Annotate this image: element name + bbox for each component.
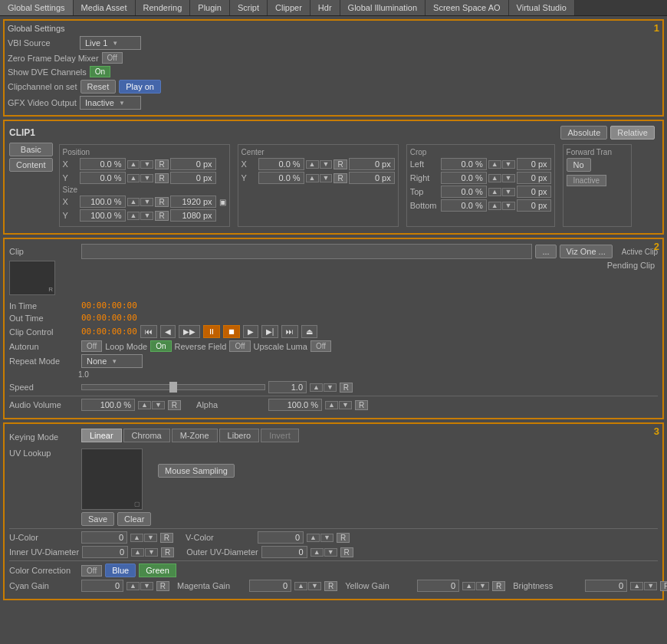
transport-eject[interactable]: ⏏ — [301, 325, 317, 338]
cyan-gain-down[interactable]: ▼ — [140, 582, 153, 590]
outer-uv-up[interactable]: ▲ — [310, 548, 324, 557]
size-x-px[interactable] — [170, 196, 216, 208]
brightness-input[interactable] — [585, 580, 627, 592]
brightness-r[interactable]: R — [660, 581, 667, 591]
transport-pause[interactable]: ⏸ — [203, 325, 220, 338]
viz-one-btn[interactable]: Viz One ... — [560, 245, 613, 258]
clip-input[interactable] — [81, 244, 532, 259]
center-x-pct[interactable] — [258, 158, 304, 170]
crop-left-down[interactable]: ▼ — [502, 160, 515, 169]
transport-to-start[interactable]: ⏮ — [140, 325, 157, 338]
position-x-down[interactable]: ▼ — [140, 160, 153, 169]
crop-left-up[interactable]: ▲ — [488, 160, 501, 169]
v-color-input[interactable] — [258, 531, 304, 544]
center-y-px[interactable] — [349, 172, 395, 184]
center-x-px[interactable] — [349, 158, 395, 170]
outer-uv-input[interactable] — [261, 546, 307, 558]
center-x-down[interactable]: ▼ — [320, 160, 333, 169]
u-color-input[interactable] — [81, 531, 127, 544]
clip-dots-btn[interactable]: ... — [535, 245, 556, 258]
size-y-r[interactable]: R — [155, 211, 168, 221]
position-x-pct[interactable] — [80, 158, 126, 170]
position-x-r[interactable]: R — [155, 159, 168, 169]
transport-play[interactable]: ▶▶ — [179, 325, 200, 338]
transport-play2[interactable]: ▶ — [243, 325, 258, 338]
inner-uv-input[interactable] — [82, 546, 128, 558]
inner-uv-up[interactable]: ▲ — [131, 548, 144, 557]
u-color-down[interactable]: ▼ — [144, 534, 157, 542]
keying-tab-invert[interactable]: Invert — [261, 429, 299, 442]
speed-up[interactable]: ▲ — [310, 383, 323, 392]
forward-tran-no-btn[interactable]: No — [567, 158, 591, 172]
crop-top-pct[interactable] — [441, 186, 487, 198]
crop-left-pct[interactable] — [441, 158, 487, 170]
size-y-down[interactable]: ▼ — [140, 212, 153, 220]
repeat-mode-dropdown[interactable]: None ▼ — [81, 354, 143, 368]
size-x-pct[interactable] — [80, 196, 126, 208]
size-x-up[interactable]: ▲ — [127, 198, 140, 206]
content-button[interactable]: Content — [9, 158, 53, 172]
tab-script[interactable]: Script — [230, 0, 268, 15]
tab-clipper[interactable]: Clipper — [268, 0, 310, 15]
v-color-r[interactable]: R — [337, 533, 350, 543]
tab-virtual-studio[interactable]: Virtual Studio — [509, 0, 575, 15]
yellow-gain-up[interactable]: ▲ — [462, 582, 475, 590]
center-x-up[interactable]: ▲ — [306, 160, 319, 169]
size-x-r[interactable]: R — [155, 197, 168, 207]
crop-bottom-pct[interactable] — [441, 199, 487, 212]
transport-prev-frame[interactable]: ◀ — [160, 325, 176, 338]
forward-tran-inactive-btn[interactable]: Inactive — [567, 175, 606, 186]
magenta-gain-up[interactable]: ▲ — [294, 582, 307, 590]
position-y-down[interactable]: ▼ — [140, 174, 153, 182]
tab-screen-space-ao[interactable]: Screen Space AO — [426, 0, 508, 15]
keying-tab-mzone[interactable]: M-Zone — [172, 429, 218, 442]
position-y-pct[interactable] — [80, 172, 126, 184]
tab-media-asset[interactable]: Media Asset — [74, 0, 136, 15]
crop-top-down[interactable]: ▼ — [502, 188, 515, 196]
audio-up[interactable]: ▲ — [138, 401, 151, 409]
outer-uv-down[interactable]: ▼ — [324, 548, 337, 557]
audio-r[interactable]: R — [168, 400, 181, 410]
alpha-input[interactable] — [268, 399, 322, 411]
transport-stop[interactable]: ⏹ — [223, 325, 240, 338]
magenta-gain-input[interactable] — [249, 580, 291, 592]
crop-left-px[interactable] — [517, 158, 551, 170]
zero-frame-toggle[interactable]: Off — [102, 52, 123, 64]
play-on-button[interactable]: Play on — [119, 80, 161, 94]
yellow-gain-r[interactable]: R — [492, 581, 505, 591]
yellow-gain-input[interactable] — [417, 580, 459, 592]
keying-tab-libero[interactable]: Libero — [219, 429, 260, 442]
mouse-sampling-btn[interactable]: Mouse Sampling — [158, 464, 235, 478]
size-x-down[interactable]: ▼ — [140, 198, 153, 206]
speed-r[interactable]: R — [340, 383, 353, 393]
inner-uv-r[interactable]: R — [161, 547, 174, 557]
position-x-up[interactable]: ▲ — [127, 160, 140, 169]
brightness-down[interactable]: ▼ — [644, 582, 657, 590]
brightness-up[interactable]: ▲ — [630, 582, 643, 590]
save-btn[interactable]: Save — [81, 512, 114, 526]
size-y-px[interactable] — [170, 209, 216, 222]
transport-next-frame[interactable]: ▶| — [261, 325, 279, 338]
tab-global-settings[interactable]: Global Settings — [0, 0, 74, 15]
reset-button[interactable]: Reset — [80, 80, 117, 94]
yellow-gain-down[interactable]: ▼ — [476, 582, 489, 590]
position-y-up[interactable]: ▲ — [127, 174, 140, 182]
transport-to-end[interactable]: ⏭ — [281, 325, 298, 338]
magenta-gain-r[interactable]: R — [324, 581, 337, 591]
alpha-r[interactable]: R — [355, 400, 368, 410]
keying-tab-linear[interactable]: Linear — [81, 429, 122, 442]
v-color-down[interactable]: ▼ — [320, 534, 334, 542]
cyan-gain-input[interactable] — [81, 580, 123, 592]
audio-volume-input[interactable] — [81, 399, 135, 411]
tab-hdr[interactable]: Hdr — [310, 0, 340, 15]
inner-uv-down[interactable]: ▼ — [145, 548, 158, 557]
tab-global-illumination[interactable]: Global Illumination — [340, 0, 426, 15]
reverse-field-off-btn[interactable]: Off — [229, 340, 250, 352]
position-y-px[interactable] — [170, 172, 216, 184]
speed-input[interactable] — [268, 381, 307, 393]
keying-tab-chroma[interactable]: Chroma — [123, 429, 170, 442]
crop-right-down[interactable]: ▼ — [502, 174, 515, 182]
size-y-pct[interactable] — [80, 209, 126, 222]
speed-down[interactable]: ▼ — [324, 383, 337, 392]
v-color-up[interactable]: ▲ — [307, 534, 320, 542]
